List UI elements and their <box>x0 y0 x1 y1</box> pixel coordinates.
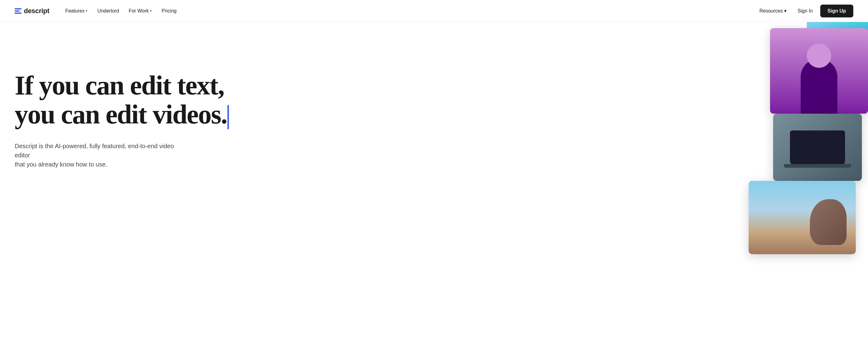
headline-line1: If you can edit text, <box>15 71 224 100</box>
nav-item-pricing[interactable]: Pricing <box>158 6 180 16</box>
hero-image-card-top <box>770 28 868 114</box>
hero-section: If you can edit text, you can edit video… <box>0 22 868 355</box>
logo[interactable]: descript <box>15 7 49 15</box>
hero-content: If you can edit text, you can edit video… <box>15 46 560 169</box>
navigation: descript Features ▾ Underlord For Work ▾… <box>0 0 868 22</box>
nav-item-underlord[interactable]: Underlord <box>94 6 122 16</box>
person-image <box>770 28 868 114</box>
chevron-down-icon: ▾ <box>150 9 152 13</box>
nav-left: descript Features ▾ Underlord For Work ▾… <box>15 6 180 16</box>
hero-images-collage <box>740 22 868 355</box>
hero-image-peek <box>807 22 868 52</box>
landscape-image <box>749 181 856 254</box>
sign-in-link[interactable]: Sign In <box>793 6 818 16</box>
chevron-down-icon: ▾ <box>784 8 786 14</box>
hero-image-card-mid <box>773 114 862 181</box>
logo-icon <box>15 8 22 14</box>
hero-subtext: Descript is the AI-powered, fully featur… <box>15 141 186 169</box>
hero-headline: If you can edit text, you can edit video… <box>15 71 560 129</box>
logo-text: descript <box>24 7 49 15</box>
nav-item-features[interactable]: Features ▾ <box>62 6 91 16</box>
nav-links: Features ▾ Underlord For Work ▾ Pricing <box>62 6 180 16</box>
cursor-bar <box>227 105 229 129</box>
nav-item-for-work[interactable]: For Work ▾ <box>125 6 155 16</box>
rock-formation <box>810 199 846 245</box>
sign-up-button[interactable]: Sign Up <box>820 5 853 17</box>
chevron-down-icon: ▾ <box>86 9 88 13</box>
headline-line2: you can edit videos. <box>15 100 229 129</box>
nav-item-resources[interactable]: Resources ▾ <box>756 5 790 16</box>
nav-right: Resources ▾ Sign In Sign Up <box>756 5 853 17</box>
hero-image-card-bottom <box>749 181 856 254</box>
laptop-image <box>790 131 845 164</box>
